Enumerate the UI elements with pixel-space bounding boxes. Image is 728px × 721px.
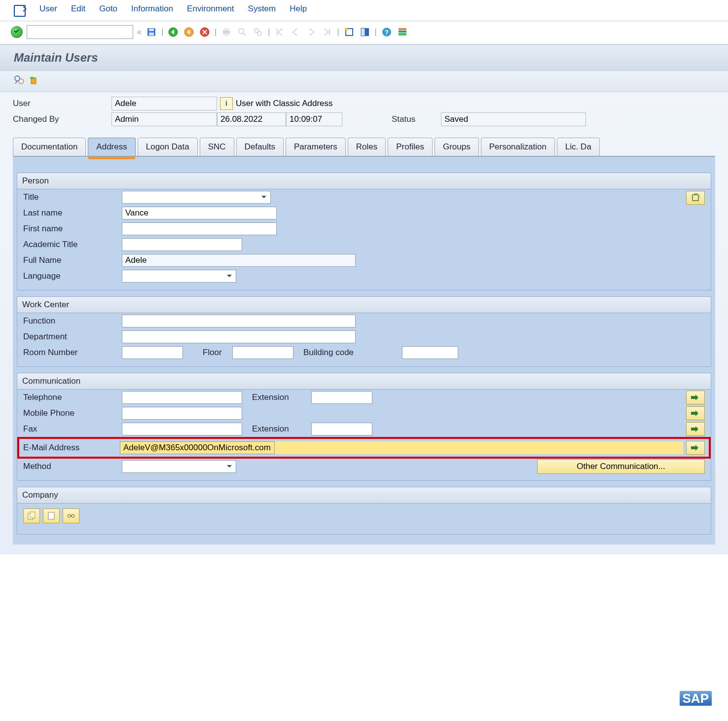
svg-line-10: [243, 33, 246, 36]
last-name-field[interactable]: [122, 207, 277, 219]
changed-time: 10:09:07: [286, 112, 342, 126]
expand-person-icon[interactable]: [686, 191, 705, 205]
window-icon: [14, 5, 26, 17]
telephone-field[interactable]: [122, 391, 242, 404]
function-field[interactable]: [122, 315, 356, 327]
full-name-label: Full Name: [23, 255, 122, 265]
tab-profiles[interactable]: Profiles: [388, 138, 433, 156]
tab-address[interactable]: Address: [88, 138, 135, 156]
menu-information[interactable]: Information: [131, 4, 173, 16]
title-select[interactable]: [122, 191, 271, 204]
first-name-field[interactable]: [122, 222, 277, 235]
mobile-more-icon[interactable]: [686, 406, 705, 420]
generate-shortcut-icon[interactable]: [359, 26, 371, 38]
menu-goto[interactable]: Goto: [99, 4, 117, 16]
svg-rect-16: [365, 28, 369, 36]
group-workcenter: Work Center Function Department Room Num…: [17, 296, 711, 367]
telephone-label: Telephone: [23, 393, 122, 402]
menu-system[interactable]: System: [248, 4, 276, 16]
other-communication-button[interactable]: Other Communication...: [537, 459, 705, 474]
back-icon[interactable]: [167, 26, 179, 38]
tab-roles[interactable]: Roles: [348, 138, 386, 156]
fax-more-icon[interactable]: [686, 422, 705, 436]
group-communication-title: Communication: [17, 373, 711, 390]
print-icon: [220, 26, 232, 38]
display-change-icon[interactable]: [14, 74, 26, 86]
menu-help[interactable]: Help: [290, 4, 307, 16]
fax-label: Fax: [23, 424, 122, 434]
company-copy-icon[interactable]: [23, 508, 40, 523]
svg-rect-28: [698, 196, 700, 197]
status-value: Saved: [441, 112, 586, 126]
company-create-icon[interactable]: [43, 508, 60, 523]
language-label: Language: [23, 271, 122, 281]
sub-toolbar: [0, 71, 728, 92]
svg-point-9: [239, 29, 244, 34]
company-assign-icon[interactable]: [63, 508, 79, 523]
tab-personalization[interactable]: Personalization: [481, 138, 555, 156]
tab-parameters[interactable]: Parameters: [286, 138, 346, 156]
fax-field[interactable]: [122, 423, 242, 435]
tab-groups[interactable]: Groups: [435, 138, 479, 156]
title-label: Title: [23, 192, 122, 202]
fax-extension-field[interactable]: [311, 423, 372, 435]
help-icon[interactable]: ?: [381, 26, 393, 38]
enter-icon[interactable]: [11, 26, 23, 38]
academic-title-field[interactable]: [122, 238, 242, 251]
building-code-label: Building code: [303, 348, 367, 358]
info-icon[interactable]: i: [220, 97, 233, 110]
cancel-icon[interactable]: [199, 26, 211, 38]
mobile-label: Mobile Phone: [23, 408, 122, 418]
menu-environment[interactable]: Environment: [187, 4, 234, 16]
tel-extension-field[interactable]: [311, 391, 372, 404]
svg-rect-25: [30, 77, 34, 79]
find-icon: [236, 26, 248, 38]
email-field[interactable]: [120, 441, 275, 454]
tab-lic-data[interactable]: Lic. Da: [557, 138, 600, 156]
floor-field[interactable]: [232, 346, 293, 359]
tab-body: Person Title Last name First name Academ…: [13, 157, 715, 544]
floor-label: Floor: [203, 348, 232, 358]
svg-rect-14: [345, 28, 348, 31]
next-page-icon: [305, 26, 317, 38]
tab-logon-data[interactable]: Logon Data: [138, 138, 198, 156]
telephone-more-icon[interactable]: [686, 391, 705, 404]
language-select[interactable]: [122, 270, 236, 283]
svg-rect-30: [30, 512, 35, 518]
tab-defaults[interactable]: Defaults: [236, 138, 284, 156]
method-select[interactable]: [122, 460, 236, 473]
svg-rect-6: [223, 30, 230, 34]
svg-rect-1: [149, 29, 154, 31]
tab-snc[interactable]: SNC: [200, 138, 234, 156]
layout-icon[interactable]: [397, 26, 408, 38]
changed-by-label: Changed By: [13, 114, 111, 124]
toolbar: « | | | | | ?: [0, 21, 728, 44]
room-number-field[interactable]: [122, 346, 183, 359]
status-label: Status: [392, 114, 441, 124]
function-label: Function: [23, 316, 122, 326]
svg-rect-31: [48, 512, 54, 519]
svg-rect-19: [399, 28, 406, 30]
group-workcenter-title: Work Center: [17, 297, 711, 313]
svg-rect-7: [224, 28, 229, 31]
mobile-field[interactable]: [122, 407, 242, 420]
menu-edit[interactable]: Edit: [71, 4, 85, 16]
sap-logo: SAP: [679, 690, 712, 707]
email-more-icon[interactable]: [686, 441, 705, 455]
new-session-icon[interactable]: [343, 26, 355, 38]
svg-rect-27: [694, 193, 697, 194]
command-field[interactable]: [27, 25, 133, 39]
building-code-field[interactable]: [402, 346, 458, 359]
department-label: Department: [23, 332, 122, 342]
tab-documentation[interactable]: Documentation: [13, 138, 86, 156]
academic-title-label: Academic Title: [23, 240, 122, 250]
exit-icon[interactable]: [183, 26, 195, 38]
page-title: Maintain Users: [0, 44, 728, 71]
menu-user[interactable]: User: [39, 4, 57, 16]
full-name-field: [122, 254, 356, 267]
save-icon[interactable]: [146, 26, 157, 38]
fax-extension-label: Extension: [252, 424, 311, 434]
other-user-icon[interactable]: [28, 74, 39, 86]
department-field[interactable]: [122, 330, 356, 343]
toolbar-sep: «: [137, 28, 142, 36]
